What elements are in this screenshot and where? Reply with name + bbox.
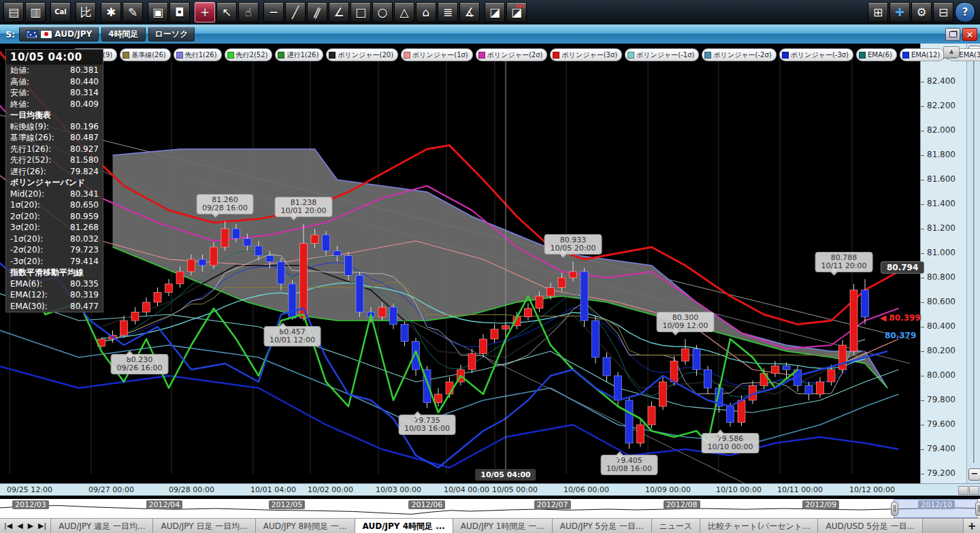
legend-button[interactable]: ボリンジャー(-1σ) [625,48,699,61]
legend-button[interactable]: EMA(6) [856,48,897,61]
tooltip-row-value: 79.824 [70,166,99,178]
tooltip-row-label: 安値: [10,87,29,99]
navigator-handle-right[interactable] [975,502,980,516]
calendar-button[interactable]: Cal [50,2,71,22]
price-axis-tick: 80.400 [921,321,969,331]
tab-chart[interactable]: AUD/JPY 5分足 一目... [553,519,652,533]
price-axis-tick: 79.200 [921,468,969,478]
crosshair-tool-button[interactable]: + [195,2,215,22]
tooltip-row-value: 80.440 [70,76,99,88]
price-axis-tick: 82.400 [921,76,969,86]
tab-chart[interactable]: AUD/JPY 8時間足 一... [256,519,355,533]
chart-type-selector-button[interactable]: ローソク [148,27,195,42]
expand-button[interactable]: ✚ [889,2,910,22]
price-axis-tick: 80.000 [921,370,969,380]
eraser-button[interactable]: ◪ [485,2,505,22]
tab-chart[interactable]: 比較チャート(パーセント... [700,519,818,533]
pointer-tool-button[interactable]: ↖ [216,2,237,22]
erase-all-button[interactable]: ◪ALL [506,2,527,22]
hline-tool-button[interactable]: ─ [263,2,284,22]
compare-button[interactable]: 比 [76,2,96,22]
legend-button[interactable]: ボリンジャー(-2σ) [702,48,776,61]
legend-button[interactable]: ボリンジャー(1σ) [401,48,473,61]
restore-window-button[interactable] [945,28,960,41]
legend-color-chip [627,52,634,59]
time-axis-label: 09/28 00:00 [169,485,214,494]
legend-button[interactable]: 先行1(26) [174,48,222,61]
close-window-button[interactable]: × [962,28,977,41]
settings-gear-button[interactable]: ⚙ [911,2,932,22]
axis-scroll-up-button[interactable]: ▲ [943,46,960,58]
angle-line-tool-icon: ∠ [333,7,344,18]
toolbar-left: ▤▥Cal比✱✎▣◘+↖☝─╱∥∠□○△⌂≣∡◪◪ALL [0,2,867,22]
angle-line-tool-button[interactable]: ∠ [329,2,349,22]
add-tab-button[interactable]: + [963,519,980,533]
all-badge: ALL [516,3,525,9]
legend-button[interactable]: 先行2(52) [225,48,273,61]
ellipse-tool-button[interactable]: ○ [372,2,393,22]
trendline-tool-button[interactable]: ╱ [285,2,306,22]
indicator-settings-button[interactable]: ✱ [101,2,121,22]
xaxis-scroll-button-left[interactable] [958,486,968,495]
legend-button[interactable]: ボリンジャー(3σ) [550,48,622,61]
parallel-lines-tool-icon: ∥ [312,6,323,19]
chart-settings-button[interactable]: ▣ [148,2,168,22]
fan-lines-tool-button[interactable]: ∡ [459,2,480,22]
tooltip-row-label: 2σ(20): [10,211,40,223]
vertical-slider-track[interactable] [973,61,975,463]
tooltip-row-label: 基準線(26): [10,132,54,144]
help-button[interactable]: ? [955,2,975,22]
hand-tool-button[interactable]: ☝ [238,2,259,22]
eraser-icon: ◪ [489,7,500,18]
calendar-icon: Cal [54,9,67,16]
rect-tool-button[interactable]: □ [350,2,371,22]
parallel-lines-tool-button[interactable]: ∥ [307,2,327,22]
chart-window-titlebar: 5: AUD/JPY 4時間足 ローソク × [0,25,980,44]
legend-label: ボリンジャー(3σ) [561,50,617,60]
tab-active-chart[interactable]: AUD/JPY 4時間足 ... [355,519,453,533]
legend-button[interactable]: 基準線(26) [120,48,171,61]
zoom-out-button[interactable]: − [968,468,980,481]
legend-button[interactable]: 遅行1(26) [275,48,323,61]
tooltip-row: EMA(12):80.319 [6,289,103,301]
tab-chart[interactable]: AUD/JPY 週足 一目均... [51,519,153,533]
pair-selector-button[interactable]: AUD/JPY [19,27,99,42]
timeframe-selector-button[interactable]: 4時間足 [101,27,145,42]
tab-scroll-arrow[interactable]: |◀ [4,519,12,533]
legend-button[interactable]: EMA(12) [900,48,945,61]
pentagon-tool-button[interactable]: ⌂ [416,2,436,22]
settings-gear-icon: ⚙ [916,7,926,18]
toolbar-separator [144,2,147,22]
time-axis-label: 10/12 00:00 [849,485,895,494]
new-chart-button[interactable]: ▥ [25,2,46,22]
bid-price-label: 80.379 [885,331,916,340]
legend-color-chip [176,52,183,59]
save-button[interactable]: ◘ [169,2,190,22]
time-axis-label: 09/25 12:00 [7,485,52,494]
trading-app-window: ▤▥Cal比✱✎▣◘+↖☝─╱∥∠□○△⌂≣∡◪◪ALL ⊞✚⚙⊟? 5: AU… [0,0,980,533]
candlestick-chart-plot[interactable] [0,44,920,483]
tab-scroll-arrow[interactable]: ▶ [28,519,33,533]
tab-chart[interactable]: AUD/JPY 日足 一目均... [153,519,255,533]
xaxis-scroll-button-right[interactable] [969,486,979,495]
cascade-windows-button[interactable]: ⊞ [868,2,888,22]
tab-chart[interactable]: AUD/USD 5分足 一目... [818,519,923,533]
main-toolbar: ▤▥Cal比✱✎▣◘+↖☝─╱∥∠□○△⌂≣∡◪◪ALL ⊞✚⚙⊟? [0,0,980,25]
fib-retracement-tool-button[interactable]: ≣ [438,2,458,22]
tab-chart[interactable]: AUD/JPY 1時間足 一... [453,519,553,533]
ask-price-label: ◀ 80.399 [880,313,921,323]
data-window-button[interactable]: ▤ [3,2,24,22]
draw-edit-button[interactable]: ✎ [122,2,143,22]
print-button[interactable]: ⊟ [933,2,953,22]
legend-button[interactable]: ボリンジャー(20) [326,48,398,61]
legend-button[interactable]: ボリンジャー(2σ) [476,48,548,61]
legend-button[interactable]: ボリンジャー(-3σ) [779,48,853,61]
price-axis-tick: 81.000 [921,248,969,257]
tab-scroll-arrow[interactable]: ▶| [38,519,46,533]
tab-chart[interactable]: ニュース [652,519,701,533]
tab-scroll-arrow[interactable]: ◀ [17,519,22,533]
triangle-tool-button[interactable]: △ [394,2,414,22]
fib-retracement-tool-icon: ≣ [443,7,453,18]
toolbar-separator [71,2,75,22]
navigator-handle-left[interactable] [891,502,898,516]
